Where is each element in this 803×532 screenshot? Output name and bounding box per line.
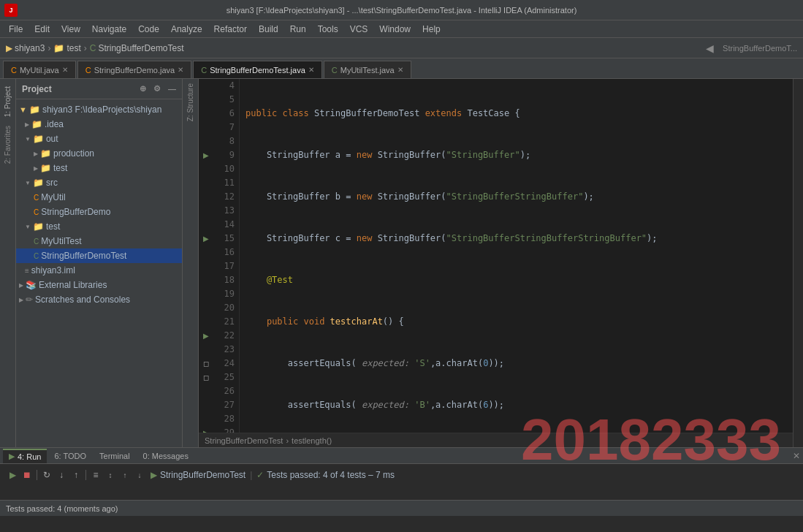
tab-myutil[interactable]: C MyUtil.java ✕ [3,61,76,78]
tree-label: MyUtilTest [41,236,81,246]
run-tab-messages[interactable]: 0: Messages [137,449,194,463]
menu-navigate[interactable]: Navigate [86,23,132,36]
project-panel: Project ⊕ ⚙ — ▼ 📁 shiyan3 F:\IdeaProject… [16,79,183,447]
tree-item-stringbufferdemo[interactable]: C StringBufferDemo [16,205,182,219]
menu-run[interactable]: Run [284,23,312,36]
run-expand-btn[interactable]: ↕ [104,468,117,482]
tree-item-shiyan3[interactable]: ▼ 📁 shiyan3 F:\IdeaProjects\shiyan [16,102,182,117]
tree-item-test-folder[interactable]: ▼ 📁 test [16,219,182,234]
run-down-btn[interactable]: ↓ [55,468,68,482]
tab-icon3: C [201,66,207,75]
close-panel-icon[interactable]: ✕ [793,451,800,461]
tree-item-idea[interactable]: ▶ 📁 .idea [16,117,182,132]
tab-stringbufferdemo[interactable]: C StringBufferDemo.java ✕ [77,61,191,78]
structure-sidebar: Z: Structure [183,79,199,447]
tree-label: test [53,163,67,173]
run-status: ✓ Tests passed: 4 of 4 tests – 7 ms [256,470,395,480]
tree-item-production[interactable]: ▶ 📁 production [16,146,182,161]
menubar: File Edit View Navigate Code Analyze Ref… [0,20,803,38]
back-button[interactable]: ◀ [706,42,714,54]
forward-area: StringBufferDemoT... [723,44,797,53]
folder-icon2: 📁 [53,43,64,53]
vertical-sidebar-icons: 1: Project 2: Favorites [0,79,16,447]
project-icon-settings[interactable]: ⚙ [153,84,161,94]
app-icon: J [4,4,18,17]
tree-item-myutil[interactable]: C MyUtil [16,190,182,205]
menu-tools[interactable]: Tools [312,23,344,36]
tree-label: test [46,221,60,232]
tree-item-stringbufferdemotest[interactable]: C StringBufferDemoTest [16,248,182,263]
eb-method: testlength() [292,436,332,445]
tab-stringbufferdemotest[interactable]: C StringBufferDemoTest.java ✕ [193,61,322,78]
eb-class: StringBufferDemoTest [205,436,283,445]
tab-bar: C MyUtil.java ✕ C StringBufferDemo.java … [0,58,803,79]
menu-file[interactable]: File [3,23,28,36]
tab-icon2: C [85,66,91,75]
tree-item-out[interactable]: ▼ 📁 out [16,132,182,146]
run-sortdesc-btn[interactable]: ↓ [133,468,146,482]
menu-window[interactable]: Window [373,23,416,36]
menu-help[interactable]: Help [416,23,446,36]
tree-label: Scratches and Consoles [35,294,130,305]
run-tabs: ▶ 4: Run 6: TODO Terminal 0: Messages ✕ [0,448,803,464]
breadcrumb-test[interactable]: 📁 test [53,43,80,53]
menu-refactor[interactable]: Refactor [208,23,253,36]
run-stop-btn[interactable]: ⏹ [20,468,34,482]
tree-item-scratches[interactable]: ▶ ✏ Scratches and Consoles [16,292,182,307]
project-icon-add[interactable]: ⊕ [140,84,146,94]
code-content[interactable]: public class StringBufferDemoTest extend… [240,79,793,433]
gutter: ▶ ▶ ▶ ◻ ◻ ▶ [199,79,213,433]
breadcrumb: ▶ shiyan3 › 📁 test › C StringBufferDemoT… [0,38,803,58]
line-numbers: 4 5 6 7 8 9 10 11 12 13 14 15 16 17 18 1… [213,79,240,433]
folder-icon: ▶ [6,43,12,53]
tree-label: MyUtil [41,192,65,202]
right-scrollbar[interactable] [793,79,803,447]
project-icon-minimize[interactable]: — [168,85,176,94]
run-tab-terminal[interactable]: Terminal [94,449,136,463]
tree-label: .idea [45,119,64,129]
tree-item-myutiltest[interactable]: C MyUtilTest [16,234,182,248]
code-editor[interactable]: ▶ ▶ ▶ ◻ ◻ ▶ [199,79,793,447]
editor-breadcrumb: StringBufferDemoTest › testlength() [199,433,793,447]
structure-toggle[interactable]: Z: Structure [185,79,196,126]
tree-item-external[interactable]: ▶ 📚 External Libraries [16,278,182,292]
run-sortasc-btn[interactable]: ↑ [118,468,132,482]
tree-item-src[interactable]: ▼ 📁 src [16,175,182,190]
file-icon: C [90,43,96,53]
breadcrumb-project[interactable]: ▶ shiyan3 [6,43,45,53]
menu-vcs[interactable]: VCS [344,23,374,36]
run-tab-run[interactable]: ▶ 4: Run [3,449,47,463]
menu-code[interactable]: Code [132,23,165,36]
menu-build[interactable]: Build [253,23,284,36]
menu-analyze[interactable]: Analyze [165,23,208,36]
run-up-btn[interactable]: ↑ [69,468,83,482]
tab-close-mut[interactable]: ✕ [397,66,403,74]
run-content: ▶ ⏹ ↻ ↓ ↑ ≡ ↕ ↑ ↓ ▶ StringBufferDemoTest… [0,464,803,486]
run-menu-btn[interactable]: ≡ [89,468,102,482]
project-label: Project [22,84,52,94]
menu-view[interactable]: View [56,23,86,36]
run-name: ▶ StringBufferDemoTest [151,470,246,480]
sidebar-toggle-favorites[interactable]: 2: Favorites [2,121,13,168]
run-rerun-btn[interactable]: ↻ [40,468,53,482]
bottom-panel: ▶ 4: Run 6: TODO Terminal 0: Messages ✕ … [0,447,803,500]
menu-edit[interactable]: Edit [28,23,56,36]
breadcrumb-file[interactable]: C StringBufferDemoTest [90,43,184,53]
tree-item-out-test[interactable]: ▶ 📁 test [16,161,182,175]
tab-close-myutil[interactable]: ✕ [62,66,68,74]
tree-label: StringBufferDemoTest [41,251,126,261]
titlebar-text: shiyan3 [F:\IdeaProjects\shiyan3] - ...\… [227,6,577,15]
tab-icon: C [11,66,17,75]
tree-label: src [46,178,58,188]
tree-item-iml[interactable]: ≡ shiyan3.iml [16,263,182,278]
run-play-btn[interactable]: ▶ [6,468,19,482]
tab-close-sbt[interactable]: ✕ [308,66,314,74]
sidebar-toggle-project[interactable]: 1: Project [2,82,13,121]
run-tab-todo[interactable]: 6: TODO [48,449,92,463]
tab-myutiltest[interactable]: C MyUtilTest.java ✕ [324,61,411,78]
tab-close-sb[interactable]: ✕ [178,66,183,74]
todo-icon: 6: TODO [54,452,86,460]
project-header: Project ⊕ ⚙ — [16,79,182,99]
project-tree: ▼ 📁 shiyan3 F:\IdeaProjects\shiyan ▶ 📁 .… [16,99,182,447]
run-name-icon: ▶ [151,470,157,480]
